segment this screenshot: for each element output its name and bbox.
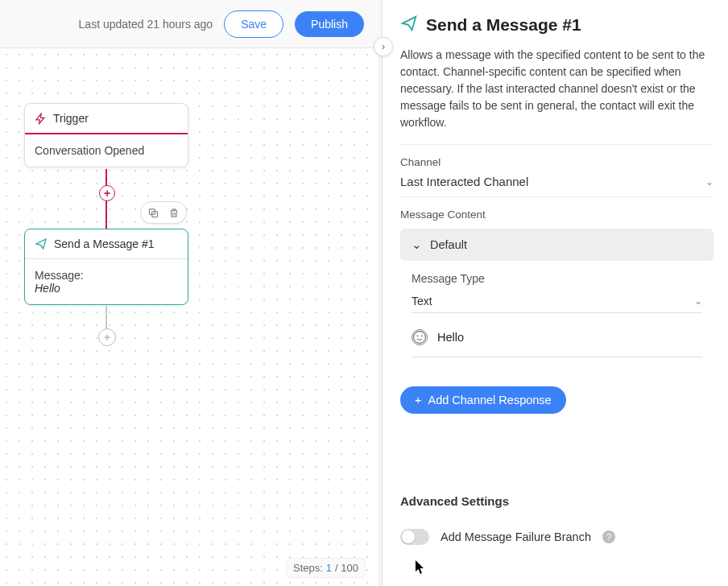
message-content-label: Message Content [400,208,714,221]
message-type-select[interactable]: Text ⌄ [412,290,702,313]
channel-label: Channel [400,156,714,168]
top-header: Last updated 21 hours ago Save Publish [0,0,378,48]
chevron-down-icon: ⌄ [705,176,714,188]
trigger-title: Trigger [53,112,89,125]
chevron-down-icon: ⌄ [412,238,422,251]
panel-title: Send a Message #1 [426,15,581,35]
svg-point-4 [421,336,422,336]
panel-description: Allows a message with the specified cont… [400,47,714,131]
failure-branch-row: Add Message Failure Branch ? [400,529,714,545]
plus-icon: + [415,394,421,406]
trigger-node-header: Trigger [25,104,188,134]
channel-value: Last Interacted Channel [400,175,528,188]
steps-label: Steps: [293,562,323,574]
chevron-right-icon: › [382,41,385,52]
workflow-canvas[interactable]: Trigger Conversation Opened + Send a Mes… [0,48,378,586]
panel-header: Send a Message #1 [400,14,714,35]
add-channel-response-button[interactable]: + Add Channel Response [400,386,566,414]
message-body-label: Message: [35,269,178,282]
node-actions [140,201,187,224]
trigger-node[interactable]: Trigger Conversation Opened [24,103,188,167]
divider [400,196,714,197]
default-section-toggle[interactable]: ⌄ Default [400,229,714,261]
chevron-down-icon: ⌄ [694,295,702,307]
message-body-value: Hello [35,282,60,295]
message-type-label: Message Type [412,272,714,285]
message-node-header: Send a Message #1 [25,229,188,259]
advanced-settings-title: Advanced Settings [400,494,714,508]
delete-icon[interactable] [167,205,181,220]
add-step-end-button[interactable]: + [98,328,116,346]
steps-current: 1 [326,562,332,574]
divider [400,144,714,145]
publish-button[interactable]: Publish [295,11,364,37]
message-type-value: Text [412,295,432,307]
help-icon[interactable]: ? [602,530,615,543]
message-node-body: Message: Hello [25,259,188,304]
steps-counter: Steps: 1 / 100 [286,558,366,578]
svg-point-3 [417,336,418,336]
save-button[interactable]: Save [224,10,283,38]
message-input-row[interactable]: Hello [412,329,702,357]
steps-max: / 100 [335,562,358,574]
duplicate-icon[interactable] [146,205,160,220]
trigger-body: Conversation Opened [25,134,188,167]
channel-select[interactable]: Last Interacted Channel ⌄ [400,171,714,192]
message-node[interactable]: Send a Message #1 Message: Hello [24,229,188,305]
collapse-panel-button[interactable]: › [374,37,393,56]
message-text[interactable]: Hello [437,331,464,344]
last-updated-text: Last updated 21 hours ago [79,18,213,31]
emoji-icon[interactable] [412,329,428,345]
add-step-button[interactable]: + [99,185,115,201]
svg-point-2 [414,332,426,344]
send-icon [35,237,48,250]
section-default-label: Default [430,238,467,251]
message-node-title: Send a Message #1 [54,237,155,250]
failure-branch-toggle[interactable] [400,529,429,545]
add-response-label: Add Channel Response [428,394,551,406]
failure-branch-label: Add Message Failure Branch [441,530,591,543]
connector-line-bottom [105,306,107,330]
send-icon [400,14,418,35]
side-panel: Send a Message #1 Allows a message with … [383,0,728,586]
lightning-icon [35,113,47,125]
